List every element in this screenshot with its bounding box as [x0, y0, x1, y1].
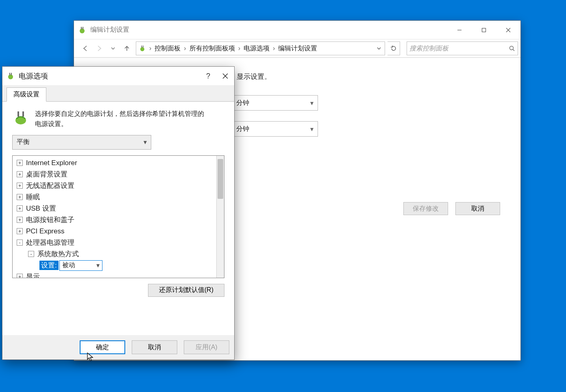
tree-item-label: 处理器电源管理: [26, 238, 74, 247]
select-value: 被动: [62, 261, 96, 270]
svg-point-7: [140, 47, 144, 51]
cancel-button[interactable]: 取消: [455, 202, 500, 215]
help-button[interactable]: ?: [200, 67, 216, 85]
tree-item[interactable]: + 无线适配器设置: [14, 180, 216, 192]
tree-item[interactable]: + PCI Express: [14, 226, 216, 237]
svg-rect-1: [81, 27, 82, 29]
dialog-title-bar: 电源选项 ?: [2, 67, 234, 86]
svg-rect-2: [83, 27, 83, 29]
expand-icon[interactable]: +: [17, 217, 23, 223]
svg-point-17: [15, 116, 26, 124]
up-button[interactable]: [120, 42, 133, 55]
address-dropdown-icon[interactable]: [373, 46, 385, 51]
back-button[interactable]: [79, 42, 92, 55]
select-value: 分钟: [236, 99, 310, 107]
tree-item-label: 系统散热方式: [37, 249, 79, 259]
dialog-title-text: 电源选项: [19, 71, 200, 81]
dialog-footer: 确定 取消 应用(A): [2, 335, 234, 359]
select-value: 平衡: [17, 138, 144, 146]
tree-item-label: PCI Express: [26, 227, 64, 235]
tree-item[interactable]: + USB 设置: [14, 203, 216, 214]
restore-row: 还原计划默认值(R): [12, 284, 224, 297]
tree-scrollbar[interactable]: [216, 156, 224, 278]
breadcrumb-item[interactable]: 所有控制面板项: [186, 44, 238, 53]
expand-icon[interactable]: +: [17, 205, 23, 211]
svg-rect-4: [482, 28, 486, 32]
expand-icon[interactable]: +: [17, 274, 23, 278]
refresh-button[interactable]: [387, 41, 400, 55]
tree-item[interactable]: + 显示: [14, 271, 216, 278]
svg-rect-18: [17, 111, 19, 117]
settings-tree-container: + Internet Explorer + 桌面背景设置 + 无线适配器设置 +…: [12, 155, 224, 278]
tree-item-processor-power-management[interactable]: - 处理器电源管理: [14, 237, 216, 248]
search-input[interactable]: 搜索控制面板: [407, 41, 518, 55]
dialog-description-text: 选择你要自定义的电源计划，然后选择你希望计算机管理的电源设置。: [35, 109, 206, 129]
dialog-body: 选择你要自定义的电源计划，然后选择你希望计算机管理的电源设置。 平衡 ▾ + I…: [2, 102, 234, 335]
cp-action-buttons: 保存修改 取消: [403, 202, 500, 215]
close-button[interactable]: [496, 21, 520, 39]
breadcrumb-item[interactable]: 电源选项: [240, 44, 273, 53]
tree-item-label: 电源按钮和盖子: [26, 215, 74, 224]
tree-item-label: 显示: [26, 272, 40, 278]
tree-item-system-cooling-policy[interactable]: - 系统散热方式: [14, 248, 216, 260]
tree-item-label: USB 设置: [26, 204, 56, 213]
svg-rect-13: [9, 73, 10, 75]
expand-icon[interactable]: +: [17, 228, 23, 234]
apply-button[interactable]: 应用(A): [184, 340, 229, 354]
chevron-down-icon: ▾: [310, 99, 318, 107]
forward-button[interactable]: [93, 42, 106, 55]
collapse-icon[interactable]: -: [28, 251, 34, 257]
select-value: 分钟: [236, 125, 310, 133]
ok-button[interactable]: 确定: [80, 340, 125, 354]
collapse-icon[interactable]: -: [17, 240, 23, 246]
save-changes-button[interactable]: 保存修改: [403, 202, 448, 215]
dialog-description: 选择你要自定义的电源计划，然后选择你希望计算机管理的电源设置。: [12, 109, 224, 129]
search-placeholder: 搜索控制面板: [409, 44, 509, 53]
settings-tree[interactable]: + Internet Explorer + 桌面背景设置 + 无线适配器设置 +…: [13, 156, 216, 278]
tree-item-label: Internet Explorer: [26, 159, 77, 167]
tree-item[interactable]: + Internet Explorer: [14, 157, 216, 169]
tab-advanced-settings[interactable]: 高级设置: [7, 87, 46, 102]
cp-title-text: 编辑计划设置: [90, 26, 447, 34]
tree-item-label: 无线适配器设置: [26, 181, 74, 190]
breadcrumb-item[interactable]: 控制面板: [151, 44, 184, 53]
chevron-down-icon: ▾: [310, 125, 318, 133]
tree-item[interactable]: + 睡眠: [14, 192, 216, 203]
cp-nav-bar: › 控制面板 › 所有控制面板项 › 电源选项 › 编辑计划设置 搜索控制面板: [74, 39, 520, 58]
cooling-policy-select[interactable]: 被动 ▾: [59, 260, 102, 271]
search-icon: [509, 45, 515, 52]
cancel-button[interactable]: 取消: [132, 340, 177, 354]
expand-icon[interactable]: +: [17, 183, 23, 189]
cp-title-bar: 编辑计划设置: [74, 21, 520, 39]
dialog-tabs: 高级设置: [2, 86, 234, 102]
sleep-after-select[interactable]: 分钟 ▾: [232, 121, 318, 137]
tree-item[interactable]: + 电源按钮和盖子: [14, 214, 216, 226]
tree-item[interactable]: + 桌面背景设置: [14, 169, 216, 180]
minimize-button[interactable]: [447, 21, 472, 39]
svg-rect-9: [143, 46, 144, 48]
power-options-dialog: 电源选项 ? 高级设置 选择你要自定义的电源计划，然后选择你希望计算机管理的电源…: [2, 66, 235, 360]
power-options-icon: [78, 26, 86, 34]
svg-point-10: [510, 46, 514, 50]
restore-plan-defaults-button[interactable]: 还原计划默认值(R): [148, 284, 224, 297]
page-heading-visible-tail: 显示设置。: [237, 72, 271, 81]
turn-off-display-select[interactable]: 分钟 ▾: [232, 95, 318, 111]
setting-label: 设置:: [39, 261, 59, 270]
maximize-button[interactable]: [472, 21, 496, 39]
scrollbar-thumb[interactable]: [218, 159, 223, 199]
breadcrumb-item[interactable]: 编辑计划设置: [275, 44, 320, 53]
tree-item-label: 桌面背景设置: [26, 170, 67, 179]
expand-icon[interactable]: +: [17, 160, 23, 166]
expand-icon[interactable]: +: [17, 171, 23, 177]
tree-item-label: 睡眠: [26, 192, 40, 202]
power-plan-select[interactable]: 平衡 ▾: [12, 135, 151, 150]
tree-setting-row: 设置: 被动 ▾: [14, 260, 216, 271]
recent-locations-button[interactable]: [107, 42, 120, 55]
close-button[interactable]: [216, 67, 234, 85]
location-icon: [139, 45, 146, 52]
power-options-icon: [7, 72, 15, 80]
address-bar[interactable]: › 控制面板 › 所有控制面板项 › 电源选项 › 编辑计划设置: [136, 41, 385, 55]
svg-point-0: [80, 28, 85, 33]
svg-rect-8: [142, 46, 142, 48]
expand-icon[interactable]: +: [17, 194, 23, 200]
